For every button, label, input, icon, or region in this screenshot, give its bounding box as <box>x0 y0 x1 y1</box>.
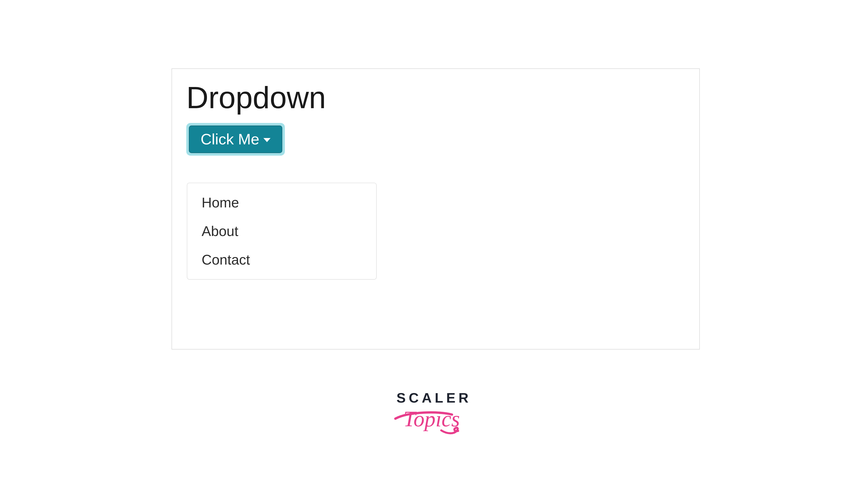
button-focus-ring: Click Me <box>186 123 285 156</box>
brand-word-topics: Topics <box>393 404 475 437</box>
dropdown-item-about[interactable]: About <box>187 217 376 246</box>
brand-word-scaler: SCALER <box>0 390 868 405</box>
dropdown-toggle-button[interactable]: Click Me <box>189 126 282 153</box>
topics-script-icon: Topics <box>393 404 475 440</box>
dropdown-item-contact[interactable]: Contact <box>187 246 376 274</box>
dropdown-item-home[interactable]: Home <box>187 188 376 217</box>
dropdown-toggle-label: Click Me <box>200 132 259 147</box>
page-title: Dropdown <box>186 79 685 116</box>
topics-text: Topics <box>403 407 459 431</box>
brand-logo: SCALER Topics <box>0 390 868 441</box>
dropdown-menu: Home About Contact <box>187 183 377 280</box>
caret-down-icon <box>263 138 271 142</box>
